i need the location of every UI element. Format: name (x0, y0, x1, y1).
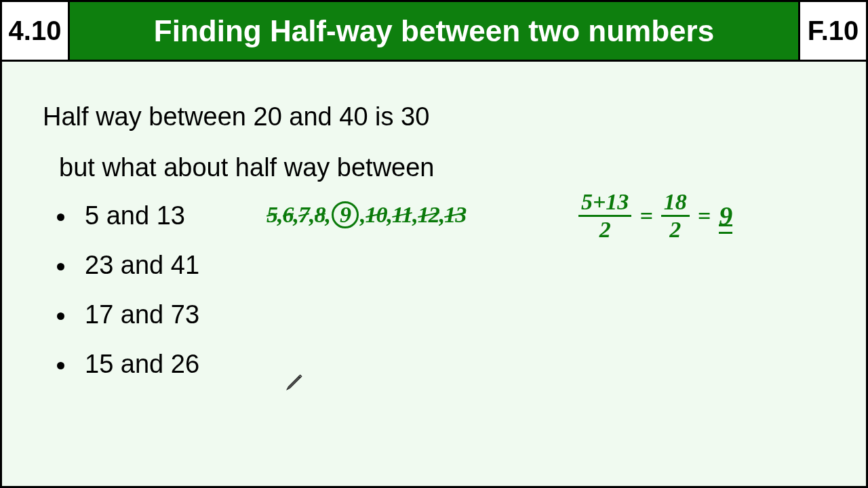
seq-num: 7 (298, 203, 309, 226)
handwritten-equation: 5+13 2 = 18 2 = 9 (578, 190, 732, 241)
equals-sign: = (698, 205, 711, 228)
equals-sign: = (639, 205, 652, 228)
fraction-1: 5+13 2 (578, 190, 631, 241)
header-right-code: F.10 (798, 2, 866, 60)
seq-num: 12 (418, 203, 439, 226)
equation-result: 9 (719, 203, 732, 230)
fraction-numerator: 5+13 (578, 190, 631, 214)
list-item: 15 and 26 (77, 350, 825, 379)
header-title: Finding Half-way between two numbers (70, 2, 798, 60)
header-left-code: 4.10 (2, 2, 70, 60)
slide-header: 4.10 Finding Half-way between two number… (2, 2, 866, 62)
fraction-2: 18 2 (661, 190, 690, 241)
fraction-denominator: 2 (597, 218, 614, 241)
pen-cursor-icon (285, 373, 303, 391)
intro-line-2: but what about half way between (59, 153, 825, 182)
intro-line-1: Half way between 20 and 40 is 30 (43, 102, 825, 131)
slide-content: Half way between 20 and 40 is 30 but wha… (2, 62, 866, 486)
seq-num: 11 (392, 203, 412, 226)
seq-num: 8 (315, 203, 326, 226)
seq-num: 10 (366, 203, 387, 226)
list-item: 17 and 73 (77, 300, 825, 329)
handwritten-sequence: 5, 6, 7, 8, 9, 10, 11, 12, 13 (267, 201, 466, 228)
seq-num: 6 (283, 203, 294, 226)
seq-num-circled: 9 (332, 201, 359, 228)
seq-num: 13 (444, 203, 466, 226)
fraction-denominator: 2 (667, 218, 684, 241)
fraction-numerator: 18 (661, 190, 690, 214)
seq-num: 5 (267, 203, 277, 226)
slide: 4.10 Finding Half-way between two number… (0, 0, 868, 488)
list-item: 23 and 41 (77, 251, 825, 280)
